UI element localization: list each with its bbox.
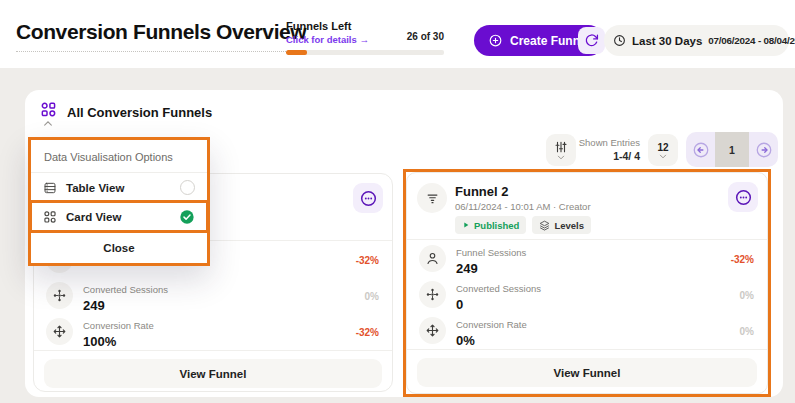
page-size-value: 12	[657, 142, 668, 153]
next-page-button[interactable]	[749, 132, 778, 167]
pagination: 1	[686, 132, 778, 167]
funnel-subtitle: 06/11/2024 - 10:01 AM · Creator	[455, 201, 591, 212]
radio-unchecked-icon[interactable]	[180, 180, 195, 195]
play-icon	[462, 221, 470, 229]
card-view-label: Card View	[66, 211, 121, 223]
data-visualisation-popup: Data Visualisation Options Table View Ca…	[28, 137, 210, 266]
metric-label: Funnel Sessions	[456, 247, 526, 258]
page-size-select[interactable]: 12	[648, 134, 678, 166]
top-bar: Conversion Funnels Overview Funnels Left…	[0, 0, 795, 68]
funnel-card-2: Funnel 2 06/11/2024 - 10:01 AM · Creator…	[406, 172, 768, 394]
table-view-option[interactable]: Table View	[31, 173, 207, 202]
clock-icon	[613, 34, 626, 47]
cross-arrows-icon	[46, 318, 73, 345]
funnel-title: Funnel 2	[455, 184, 508, 199]
metric-row: Funnel Sessions 249 -32%	[407, 241, 767, 276]
badges: Published Levels	[455, 216, 591, 234]
close-button[interactable]: Close	[31, 232, 207, 263]
metric-change: -32%	[731, 253, 754, 264]
metric-label: Conversion Rate	[83, 320, 154, 331]
metric-row: Conversion Rate 100% -32%	[34, 314, 392, 349]
shown-entries-label: Shown Entries	[560, 137, 640, 148]
refresh-button[interactable]	[578, 27, 605, 54]
table-view-icon	[43, 181, 57, 195]
metric-change: 0%	[365, 290, 379, 301]
card-footer: View Funnel	[34, 350, 392, 388]
nodes-icon	[46, 282, 73, 309]
published-badge: Published	[455, 216, 526, 234]
more-options-button[interactable]	[728, 182, 758, 212]
chevron-up-icon[interactable]	[43, 120, 53, 127]
card-footer: View Funnel	[407, 349, 767, 387]
arrow-right-circle-icon	[755, 141, 773, 159]
metric-label: Converted Sessions	[456, 283, 541, 294]
metric-label: Conversion Rate	[456, 319, 527, 330]
funnels-progress-bar	[286, 50, 307, 55]
funnels-left-widget: Funnels Left Click for details → 26 of 3…	[286, 20, 444, 55]
metric-row: Converted Sessions 249 0%	[34, 278, 392, 313]
metric-change: 0%	[740, 325, 754, 336]
metrics-list: Funnel Sessions 249 -32% Converte	[407, 241, 767, 349]
metric-label: Converted Sessions	[83, 284, 168, 295]
view-funnel-button[interactable]: View Funnel	[44, 359, 382, 388]
date-preset-label: Last 30 Days	[632, 35, 702, 47]
date-range-picker[interactable]: Last 30 Days 07/06/2024 - 08/04/2024	[604, 25, 789, 56]
published-label: Published	[474, 220, 519, 231]
page-title: Conversion Funnels Overview	[16, 20, 306, 52]
check-circle-icon[interactable]	[179, 209, 195, 225]
shown-entries: Shown Entries 1-4/ 4	[560, 137, 640, 162]
card-view-option[interactable]: Card View	[31, 202, 207, 231]
metric-value: 249	[83, 298, 168, 313]
more-options-button[interactable]	[353, 183, 383, 213]
prev-page-button[interactable]	[686, 132, 715, 167]
card-view-grid-icon	[43, 210, 57, 224]
nodes-icon	[419, 281, 446, 308]
ellipsis-circle-icon	[734, 188, 753, 207]
funnel-icon	[417, 183, 447, 213]
panel-title: All Conversion Funnels	[67, 105, 212, 120]
funnels-left-count: 26 of 30	[407, 31, 444, 42]
ellipsis-circle-icon	[359, 189, 378, 208]
funnels-progress-track	[286, 50, 444, 55]
metric-change: -32%	[356, 254, 379, 265]
popup-title: Data Visualisation Options	[31, 140, 207, 172]
refresh-icon	[584, 33, 599, 48]
metric-row: Conversion Rate 0% 0%	[407, 313, 767, 348]
annotation-highlight-card: Funnel 2 06/11/2024 - 10:01 AM · Creator…	[403, 169, 771, 397]
metric-row: Converted Sessions 0 0%	[407, 277, 767, 312]
arrow-left-circle-icon	[692, 141, 710, 159]
grid-icon	[40, 101, 57, 118]
levels-badge[interactable]: Levels	[532, 216, 591, 234]
metric-change: 0%	[740, 289, 754, 300]
metric-value: 0%	[456, 333, 527, 348]
table-view-label: Table View	[66, 182, 124, 194]
metric-value: 100%	[83, 334, 154, 349]
card-header: Funnel 2 06/11/2024 - 10:01 AM · Creator…	[407, 173, 767, 240]
plus-circle-icon	[488, 33, 503, 48]
levels-label: Levels	[554, 220, 584, 231]
metric-change: -32%	[356, 326, 379, 337]
metric-value: 249	[456, 261, 526, 276]
shown-entries-value: 1-4/ 4	[560, 150, 640, 162]
layers-icon	[539, 220, 550, 231]
cross-arrows-icon	[419, 317, 446, 344]
current-page[interactable]: 1	[715, 132, 749, 167]
date-range-value: 07/06/2024 - 08/04/2024	[708, 35, 795, 46]
user-icon	[419, 245, 446, 272]
view-funnel-button[interactable]: View Funnel	[417, 358, 757, 387]
chevron-down-icon	[659, 154, 667, 159]
metric-value: 0	[456, 297, 541, 312]
